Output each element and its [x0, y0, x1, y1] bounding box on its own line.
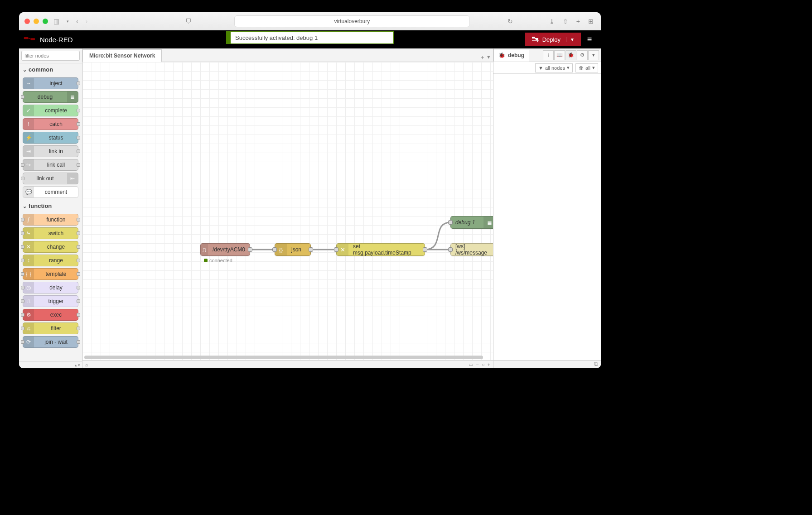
tab-flow[interactable]: Micro:bit Sensor Network — [82, 49, 162, 62]
debug-filter-button[interactable]: ▼ all nodes ▾ — [535, 63, 573, 72]
input-port[interactable] — [334, 247, 338, 252]
output-port[interactable] — [77, 122, 80, 126]
deploy-menu-icon[interactable]: ▼ — [566, 37, 575, 42]
palette-node-trigger[interactable]: ⎍trigger — [23, 295, 78, 307]
debug-clear-button[interactable]: 🗑 all ▾ — [575, 63, 598, 72]
forward-icon[interactable]: › — [84, 18, 90, 25]
output-port[interactable] — [77, 327, 80, 330]
palette-node-status[interactable]: ⚡status — [23, 132, 78, 144]
close-window-icon[interactable] — [24, 19, 30, 24]
download-icon[interactable]: ⤓ — [547, 18, 556, 25]
output-port[interactable] — [77, 136, 80, 140]
input-port[interactable] — [21, 177, 24, 180]
zoom-reset-icon[interactable]: ○ — [482, 362, 485, 367]
output-port[interactable] — [248, 247, 252, 252]
palette-node-inject[interactable]: →inject — [23, 77, 78, 89]
flow-node-debug[interactable]: debug 1≣ — [450, 216, 493, 229]
palette-node-debug[interactable]: ≣debug — [23, 91, 78, 103]
sidebar-help-button[interactable]: 📖 — [554, 50, 565, 60]
input-port[interactable] — [21, 95, 24, 99]
palette-node-range[interactable]: ↕range — [23, 255, 78, 266]
back-icon[interactable]: ‹ — [74, 18, 80, 25]
flow-node-json[interactable]: {}json — [275, 243, 311, 256]
input-port[interactable] — [21, 259, 24, 262]
output-port[interactable] — [77, 286, 80, 289]
palette-node-link-in[interactable]: ⇥link in — [23, 145, 78, 157]
output-port[interactable] — [77, 272, 80, 276]
sidebar-config-button[interactable]: ⚙ — [577, 50, 588, 60]
flow-canvas[interactable]: ⎍/dev/ttyACM0{}json✕set msg.payload.time… — [82, 62, 493, 360]
output-port[interactable] — [77, 340, 80, 344]
output-port[interactable] — [77, 313, 80, 317]
tabs-icon[interactable]: ⊞ — [586, 18, 595, 25]
input-port[interactable] — [21, 299, 24, 303]
palette-node-complete[interactable]: ✓complete — [23, 105, 78, 116]
input-port[interactable] — [272, 247, 277, 252]
input-port[interactable] — [21, 340, 24, 344]
output-port[interactable] — [77, 82, 80, 85]
palette-category-common[interactable]: common — [19, 63, 82, 76]
input-port[interactable] — [21, 327, 24, 330]
input-port[interactable] — [448, 247, 453, 252]
sidebar-more-button[interactable]: ▾ — [588, 50, 599, 60]
sidebar-debug-button[interactable]: 🐞 — [566, 50, 576, 60]
palette-node-link-call[interactable]: ↪link call — [23, 159, 78, 171]
flow-node-ws[interactable]: [ws] /ws/message⇪ — [450, 243, 493, 256]
share-icon[interactable]: ⇧ — [561, 18, 570, 25]
sidebar-tab-debug[interactable]: 🐞 debug — [493, 49, 529, 62]
palette-list[interactable]: common→inject≣debug✓complete!catch⚡statu… — [19, 63, 82, 361]
palette-node-delay[interactable]: ◷delay — [23, 282, 78, 294]
filter-nodes-input[interactable] — [21, 51, 80, 61]
sidebar-toggle-icon[interactable]: ▥ — [52, 18, 61, 25]
output-port[interactable] — [77, 109, 80, 112]
collapse-up-icon[interactable]: ▴ — [75, 363, 77, 367]
chevron-down-icon[interactable]: ▾ — [65, 19, 71, 24]
input-port[interactable] — [21, 286, 24, 289]
input-port[interactable] — [21, 245, 24, 249]
output-port[interactable] — [77, 259, 80, 262]
input-port[interactable] — [448, 220, 453, 225]
zoom-out-icon[interactable]: − — [476, 362, 478, 367]
output-port[interactable] — [77, 163, 80, 167]
output-port[interactable] — [77, 218, 80, 221]
input-port[interactable] — [21, 218, 24, 221]
reload-icon[interactable]: ↻ — [506, 18, 515, 25]
shield-icon[interactable]: ⛉ — [184, 18, 193, 25]
input-port[interactable] — [21, 163, 24, 167]
palette-node-template[interactable]: { }template — [23, 268, 78, 280]
address-bar[interactable]: virtualoverbury ↻ — [234, 15, 470, 27]
palette-node-change[interactable]: ✕change — [23, 241, 78, 253]
output-port[interactable] — [423, 247, 427, 252]
flow-node-change[interactable]: ✕set msg.payload.timeStamp — [336, 243, 425, 256]
palette-node-comment[interactable]: 💬comment — [23, 186, 78, 198]
output-port[interactable] — [309, 247, 313, 252]
input-port[interactable] — [21, 272, 24, 276]
navigator-icon[interactable]: ▭ — [469, 361, 473, 367]
input-port[interactable] — [21, 313, 24, 317]
output-port[interactable] — [77, 299, 80, 303]
add-tab-icon[interactable]: ＋ — [479, 53, 485, 62]
output-port[interactable] — [77, 149, 80, 153]
new-tab-icon[interactable]: + — [575, 18, 582, 25]
search-icon[interactable]: ⌕ — [85, 362, 88, 367]
sidebar-detach-icon[interactable]: ⧉ — [594, 361, 598, 368]
palette-node-function[interactable]: ƒfunction — [23, 214, 78, 226]
zoom-in-icon[interactable]: + — [488, 362, 490, 367]
palette-node-join---wait[interactable]: ⟳join - wait — [23, 336, 78, 348]
output-port[interactable] — [77, 231, 80, 235]
fullscreen-window-icon[interactable] — [43, 19, 48, 24]
collapse-down-icon[interactable]: ▾ — [78, 363, 80, 367]
palette-node-link-out[interactable]: ⇤link out — [23, 173, 78, 184]
sidebar-info-button[interactable]: i — [543, 50, 554, 60]
palette-node-catch[interactable]: !catch — [23, 118, 78, 130]
tab-menu-icon[interactable]: ▾ — [487, 53, 490, 62]
input-port[interactable] — [21, 231, 24, 235]
palette-category-function[interactable]: function — [19, 200, 82, 212]
main-menu-button[interactable]: ≡ — [583, 33, 596, 46]
palette-node-exec[interactable]: ⚙exec — [23, 309, 78, 321]
flow-node-serial[interactable]: ⎍/dev/ttyACM0 — [200, 243, 250, 256]
horizontal-scrollbar[interactable] — [84, 356, 491, 360]
palette-node-switch[interactable]: ⤷switch — [23, 227, 78, 239]
palette-node-filter[interactable]: ⎌filter — [23, 322, 78, 334]
minimize-window-icon[interactable] — [34, 19, 39, 24]
